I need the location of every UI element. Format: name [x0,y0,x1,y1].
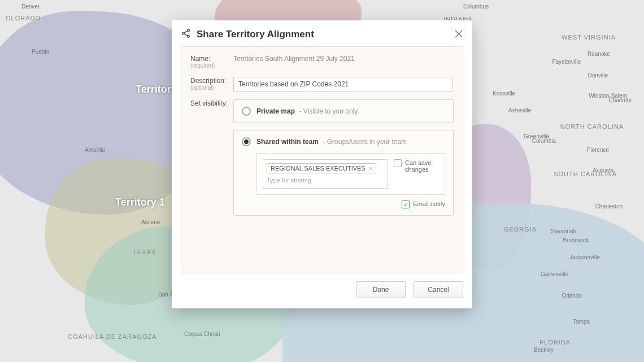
city-label: Columbus [463,3,489,10]
checkbox-icon [402,200,410,208]
can-save-checkbox[interactable]: Can save changes [394,159,439,173]
radio-icon [242,137,251,146]
cancel-button[interactable]: Cancel [414,281,463,298]
state-label: NORTH CAROLINA [560,123,624,130]
city-label: Denver [21,3,40,10]
dialog-title: Share Territory Alignment [197,29,314,40]
city-label: Orlando [562,293,582,299]
state-label: WEST VIRGINIA [562,34,616,41]
private-subtitle: - Visible to you only. [299,107,359,115]
name-value: Territories South Alignment 29 July 2021 [233,55,454,63]
state-label: OLORADO [6,15,41,21]
city-label: Abilene [141,219,160,225]
state-label: COAHUILA DE ZARAGOZA [68,333,157,340]
svg-line-3 [184,31,188,33]
share-recipients-input[interactable]: REGIONAL SALES EXECUTIVES × Type for sha… [263,159,388,189]
description-input[interactable] [233,77,452,91]
city-label: Fayetteville [552,59,581,65]
city-label: Jacksonville [569,254,600,260]
city-label: Danville [588,72,608,78]
dialog-body: Name: (required) Territories South Align… [181,46,463,273]
done-button[interactable]: Done [356,281,406,298]
radio-icon [242,107,251,116]
city-label: Winston-Salem [589,93,627,99]
name-label: Name: (required) [190,55,233,69]
share-dialog: Share Territory Alignment Name: (require… [172,20,472,308]
share-details: REGIONAL SALES EXECUTIVES × Type for sha… [256,153,445,195]
recipient-tag[interactable]: REGIONAL SALES EXECUTIVES × [267,163,376,173]
shared-title: Shared within team [256,138,319,146]
city-label: Savannah [551,228,576,234]
state-label: GEORGIA [504,226,537,233]
city-label: Pueblo [32,49,49,55]
email-notify-label: Email notify [413,200,445,207]
city-label: Charleston [595,203,623,210]
recipient-tag-label: REGIONAL SALES EXECUTIVES [271,165,365,172]
visibility-shared-option[interactable]: Shared within team - Groups/users in you… [233,130,454,216]
dialog-footer: Done Cancel [172,273,472,308]
visibility-private-option[interactable]: Private map - Visible to you only. [233,99,454,123]
city-label: Amarillo [85,147,105,153]
city-label: Florence [587,147,609,153]
city-label: Roanoke [588,51,610,57]
share-icon [181,28,191,41]
dialog-header: Share Territory Alignment [172,20,472,46]
svg-point-1 [182,32,185,34]
city-label: Knoxville [493,90,515,97]
city-label: Brunswick [563,237,589,243]
recipients-placeholder: Type for sharing [267,177,384,184]
shared-subtitle: - Groups/users in your team [323,138,407,146]
svg-point-0 [188,29,190,32]
city-label: Augusta [593,167,613,173]
city-label: Greenville [524,133,549,139]
description-label: Description: (optional) [190,77,233,91]
svg-point-2 [188,35,190,37]
private-title: Private map [256,107,295,115]
state-label: TEXAS [133,248,156,255]
can-save-label: Can save changes [405,159,439,173]
city-label: Beckley [534,347,554,353]
territory-label: Territory 1 [115,197,165,208]
city-label: Corpus Christi [184,331,220,337]
city-label: Tampa [573,319,590,325]
city-label: Asheville [508,107,531,114]
svg-line-4 [184,34,188,36]
close-button[interactable] [453,28,464,42]
remove-tag-icon[interactable]: × [369,165,372,172]
state-label: FLORIDA [539,339,571,346]
city-label: Gainesville [541,271,568,277]
email-notify-checkbox[interactable]: Email notify [402,200,445,208]
visibility-label: Set visibility: [190,99,233,107]
checkbox-icon [394,159,402,167]
